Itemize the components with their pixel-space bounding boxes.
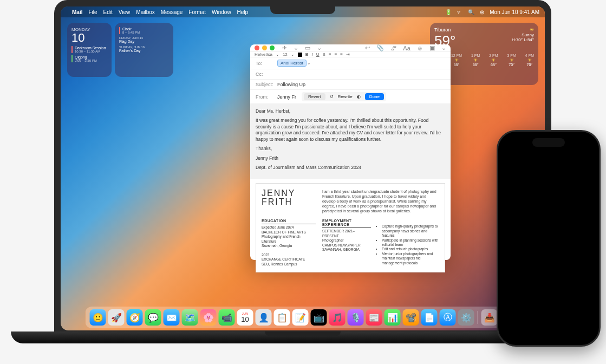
dock-photos[interactable]: 🌸 — [200, 309, 217, 326]
dropdown-icon[interactable]: ⌄ — [291, 52, 295, 57]
font-select[interactable]: Helvetica — [255, 52, 272, 57]
menu-format[interactable]: Format — [188, 9, 206, 15]
sun-icon: ☀︎ — [451, 57, 462, 63]
sun-icon: ☀︎ — [512, 27, 534, 32]
dock-news[interactable]: 📰 — [366, 309, 382, 326]
event-title: Choir — [122, 27, 140, 31]
dock-tv[interactable]: 📺 — [311, 309, 327, 326]
hour-label: 4 PM — [525, 54, 534, 57]
send-icon[interactable]: ✈︎ — [282, 44, 287, 51]
dock-music[interactable]: 🎵 — [329, 309, 346, 326]
message-body[interactable]: Dear Ms. Herbst, It was great meeting yo… — [250, 104, 451, 179]
dock-reminders[interactable]: 📋 — [274, 309, 290, 326]
minimize-button[interactable] — [262, 46, 267, 50]
align-icon[interactable]: ≡ — [335, 52, 337, 57]
weather-condition: Sunny — [512, 32, 534, 37]
cv-education: Expected June 2024 BACHELOR OF FINE ARTS… — [262, 225, 316, 266]
dock-facetime[interactable]: 📹 — [219, 309, 235, 326]
from-field[interactable]: From: Jenny Fr Revert ↺ Rewrite ◐ Done — [250, 90, 451, 104]
menu-file[interactable]: File — [88, 9, 97, 15]
done-button[interactable]: Done — [365, 93, 384, 100]
dock-settings[interactable]: ⚙️ — [458, 309, 474, 326]
dock: 🙂 🚀 🧭 💬 ✉️ 🗺️ 🌸 📹 JUN10 👤 📋 📝 📺 🎵 🎙️ 📰 📊… — [86, 307, 520, 328]
body-paragraph: It was great meeting you for coffee yest… — [256, 118, 445, 142]
dropdown-icon[interactable]: ⌄ — [441, 44, 446, 51]
chevron-down-icon[interactable]: ⌄ — [307, 61, 311, 66]
dropdown-icon[interactable]: ⌄ — [294, 44, 298, 51]
dock-podcasts[interactable]: 🎙️ — [348, 309, 364, 326]
recipient-chip[interactable]: Andi Herbst — [277, 60, 307, 67]
indent-icon[interactable]: ⇥ — [346, 52, 350, 57]
to-field[interactable]: To: Andi Herbst ⌄ — [250, 57, 451, 69]
menu-edit[interactable]: Edit — [103, 9, 113, 15]
format-icon[interactable]: Aa — [403, 45, 410, 51]
hour-label: 1 PM — [471, 54, 480, 57]
writing-tools-bar: Revert ↺ Rewrite ◐ Done — [302, 92, 386, 101]
control-center-icon[interactable]: ⊜ — [480, 9, 484, 15]
dock-numbers[interactable]: 📊 — [385, 309, 401, 326]
dock-safari[interactable]: 🧭 — [127, 309, 143, 326]
laptop-frame: Mail File Edit View Mailbox Message Form… — [54, 0, 551, 337]
window-titlebar[interactable]: ✈︎ ⌄ ▭ ⌄ ↩︎ 📎 🖇 Aa ☺ ▣ ⌄ — [250, 44, 451, 52]
menu-window[interactable]: Window — [212, 9, 231, 15]
strike-icon[interactable]: S — [323, 52, 325, 57]
menu-help[interactable]: Help — [237, 9, 249, 15]
dock-appstore[interactable]: Ⓐ — [440, 309, 456, 326]
color-swatch[interactable] — [298, 53, 302, 57]
align-icon[interactable]: ≡ — [329, 52, 331, 57]
calendar-date: 10 — [71, 32, 107, 44]
dock-maps[interactable]: 🗺️ — [182, 309, 198, 326]
reply-icon[interactable]: ↩︎ — [365, 44, 370, 51]
dock-calendar[interactable]: JUN10 — [237, 309, 253, 326]
event-title: Father's Day — [119, 49, 140, 53]
link-icon[interactable]: 🖇 — [390, 45, 396, 51]
events-widget[interactable]: Choir 8 – 8:45 PM FRIDAY, JUN 14 Flag Da… — [115, 23, 173, 77]
menu-view[interactable]: View — [119, 9, 131, 15]
from-label: From: — [256, 94, 277, 100]
dock-keynote[interactable]: 📽️ — [403, 309, 419, 326]
dock-downloads[interactable]: 📥 — [481, 309, 498, 326]
attach-icon[interactable]: 📎 — [376, 44, 384, 51]
dock-mail[interactable]: ✉️ — [164, 309, 180, 326]
photo-icon[interactable]: ▣ — [429, 44, 435, 51]
iphone-frame — [497, 130, 601, 347]
subject-field[interactable]: Subject: Following Up — [250, 80, 451, 90]
dock-separator — [478, 311, 478, 324]
font-size[interactable]: 12 — [283, 52, 288, 57]
underline-icon[interactable]: U — [316, 52, 320, 57]
event-title: Flag Day — [119, 40, 134, 43]
app-menu[interactable]: Mail — [72, 9, 82, 15]
emoji-icon[interactable]: ☺ — [417, 45, 423, 51]
header-icon[interactable]: ▭ — [305, 44, 310, 51]
wifi-icon[interactable]: ᯤ — [457, 9, 462, 15]
dock-launchpad[interactable]: 🚀 — [108, 309, 125, 326]
dock-contacts[interactable]: 👤 — [256, 309, 272, 326]
dock-pages[interactable]: 📄 — [421, 309, 438, 326]
menu-message[interactable]: Message — [161, 9, 183, 15]
bold-icon[interactable]: B — [305, 52, 309, 57]
event-title: Qigong — [75, 55, 107, 59]
revert-button[interactable]: Revert — [304, 93, 325, 100]
sun-icon: ☀︎ — [471, 57, 480, 63]
dock-notes[interactable]: 📝 — [292, 309, 309, 326]
search-icon[interactable]: 🔍 — [468, 9, 474, 15]
italic-icon[interactable]: I — [312, 52, 313, 57]
clock[interactable]: Mon Jun 10 9:41 AM — [490, 9, 539, 15]
battery-icon[interactable]: 🔋 — [445, 9, 452, 15]
dropdown-icon[interactable]: ⌄ — [317, 44, 322, 51]
dropdown-icon[interactable]: ⌄ — [276, 52, 279, 57]
menu-mailbox[interactable]: Mailbox — [136, 9, 154, 15]
cv-attachment[interactable]: JENNY FRITH I am a third-year student un… — [256, 183, 445, 272]
zoom-button[interactable] — [270, 46, 275, 50]
revert-icon[interactable]: ↺ — [330, 94, 334, 99]
cv-section-header: EMPLOYMENT EXPERIENCE — [322, 219, 371, 228]
rewrite-icon[interactable]: ◐ — [357, 94, 361, 99]
cc-field[interactable]: Cc: — [250, 69, 451, 80]
hour-label: 12 PM — [451, 54, 462, 57]
list-icon[interactable]: ≡ — [340, 52, 343, 57]
mail-compose-window: ✈︎ ⌄ ▭ ⌄ ↩︎ 📎 🖇 Aa ☺ ▣ ⌄ Helvetica ⌄ — [250, 44, 451, 260]
dock-finder[interactable]: 🙂 — [90, 309, 106, 326]
dock-messages[interactable]: 💬 — [145, 309, 161, 326]
close-button[interactable] — [255, 46, 259, 50]
calendar-widget[interactable]: MONDAY 10 Darkroom Session 10:30 – 11:30… — [67, 23, 112, 77]
